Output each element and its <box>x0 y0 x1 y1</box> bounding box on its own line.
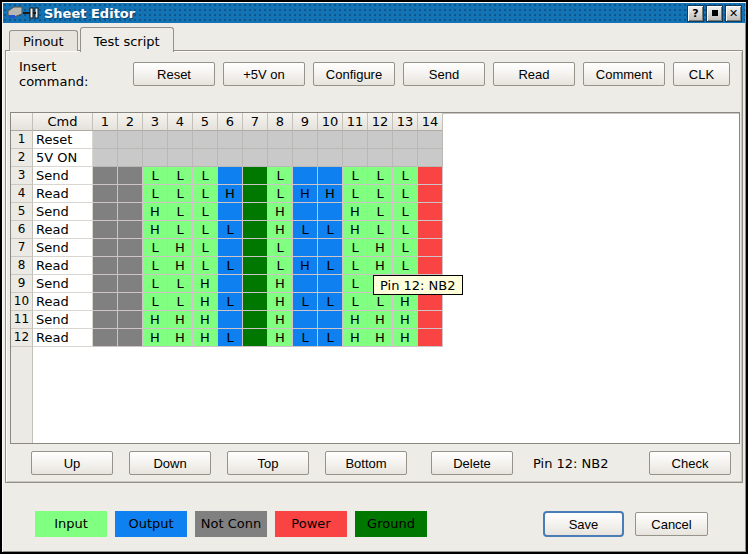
pin-cell-6[interactable] <box>218 167 243 185</box>
pin-cell-11[interactable]: L <box>343 167 368 185</box>
pin-cell-14[interactable] <box>418 131 443 149</box>
pin-cell-5[interactable]: H <box>193 293 218 311</box>
pin-cell-9[interactable]: L <box>293 293 318 311</box>
pin-cell-4[interactable]: H <box>168 329 193 347</box>
pin-cell-3[interactable]: L <box>143 257 168 275</box>
pin-cell-9[interactable]: L <box>293 329 318 347</box>
pin-cell-11[interactable] <box>343 131 368 149</box>
pin-cell-12[interactable]: L <box>368 221 393 239</box>
cmd-cell[interactable]: Read <box>33 221 93 239</box>
pin-cell-10[interactable] <box>318 149 343 167</box>
pin-cell-6[interactable]: L <box>218 257 243 275</box>
pin-cell-2[interactable] <box>118 275 143 293</box>
pin-cell-8[interactable]: L <box>268 257 293 275</box>
pin-cell-4[interactable] <box>168 149 193 167</box>
pin-cell-1[interactable] <box>93 239 118 257</box>
insert-reset-button[interactable]: Reset <box>133 62 215 86</box>
pin-cell-1[interactable] <box>93 185 118 203</box>
delete-button[interactable]: Delete <box>431 451 513 475</box>
pin-cell-14[interactable] <box>418 257 443 275</box>
cancel-button[interactable]: Cancel <box>635 512 708 536</box>
pin-cell-13[interactable]: H <box>393 329 418 347</box>
pin-cell-10[interactable]: L <box>318 221 343 239</box>
pin-cell-14[interactable] <box>418 221 443 239</box>
titlebar[interactable]: Sheet Editor ?✕ <box>3 3 745 23</box>
pin-cell-1[interactable] <box>93 293 118 311</box>
insert-send-button[interactable]: Send <box>403 62 485 86</box>
pin-cell-12[interactable] <box>368 149 393 167</box>
pin-cell-9[interactable] <box>293 149 318 167</box>
pin-cell-7[interactable] <box>243 167 268 185</box>
pin-cell-5[interactable]: L <box>193 221 218 239</box>
cmd-cell[interactable]: Read <box>33 185 93 203</box>
close-button[interactable]: ✕ <box>725 5 742 22</box>
pin-cell-7[interactable] <box>243 221 268 239</box>
pin-cell-2[interactable] <box>118 149 143 167</box>
insert--5v-on-button[interactable]: +5V on <box>223 62 305 86</box>
pin-cell-2[interactable] <box>118 203 143 221</box>
pin-cell-4[interactable]: L <box>168 185 193 203</box>
cmd-cell[interactable]: Send <box>33 167 93 185</box>
pin-cell-4[interactable]: L <box>168 275 193 293</box>
insert-comment-button[interactable]: Comment <box>583 62 665 86</box>
pin-cell-10[interactable] <box>318 203 343 221</box>
pin-cell-11[interactable]: L <box>343 275 368 293</box>
down-button[interactable]: Down <box>129 451 211 475</box>
pin-cell-8[interactable]: L <box>268 185 293 203</box>
pin-cell-1[interactable] <box>93 167 118 185</box>
pin-cell-13[interactable] <box>393 149 418 167</box>
pin-cell-8[interactable]: H <box>268 221 293 239</box>
pin-cell-8[interactable]: L <box>268 167 293 185</box>
pin-cell-8[interactable]: H <box>268 329 293 347</box>
pin-cell-13[interactable]: L <box>393 257 418 275</box>
pin-cell-14[interactable] <box>418 167 443 185</box>
cmd-cell[interactable]: Read <box>33 257 93 275</box>
pin-cell-9[interactable] <box>293 275 318 293</box>
pin-cell-7[interactable] <box>243 149 268 167</box>
pin-cell-3[interactable]: L <box>143 293 168 311</box>
pin-cell-1[interactable] <box>93 149 118 167</box>
up-button[interactable]: Up <box>31 451 113 475</box>
pin-cell-10[interactable]: L <box>318 293 343 311</box>
pin-cell-13[interactable]: L <box>393 221 418 239</box>
pin-cell-3[interactable]: H <box>143 203 168 221</box>
pin-cell-3[interactable]: H <box>143 221 168 239</box>
pin-cell-10[interactable]: H <box>318 185 343 203</box>
pin-cell-6[interactable]: L <box>218 329 243 347</box>
pin-cell-1[interactable] <box>93 311 118 329</box>
pin-cell-3[interactable]: L <box>143 239 168 257</box>
pin-cell-13[interactable]: L <box>393 185 418 203</box>
pin-cell-6[interactable] <box>218 203 243 221</box>
pin-cell-13[interactable]: L <box>393 203 418 221</box>
pin-cell-12[interactable]: H <box>368 311 393 329</box>
pin-cell-11[interactable] <box>343 149 368 167</box>
pin-cell-7[interactable] <box>243 239 268 257</box>
pin-cell-10[interactable] <box>318 239 343 257</box>
help-button[interactable]: ? <box>687 5 704 22</box>
pin-cell-6[interactable] <box>218 149 243 167</box>
table-row[interactable]: 11SendHHHHHHH <box>11 311 739 329</box>
pin-cell-12[interactable]: H <box>368 329 393 347</box>
pin-cell-11[interactable]: H <box>343 203 368 221</box>
table-row[interactable]: 7SendLHLLLHL <box>11 239 739 257</box>
pin-cell-11[interactable]: L <box>343 293 368 311</box>
pin-cell-6[interactable]: L <box>218 293 243 311</box>
pin-cell-13[interactable]: L <box>393 239 418 257</box>
shade-button[interactable] <box>706 5 723 22</box>
pin-cell-6[interactable] <box>218 239 243 257</box>
pin-cell-12[interactable]: L <box>368 203 393 221</box>
pin-cell-8[interactable]: L <box>268 239 293 257</box>
pin-cell-14[interactable] <box>418 149 443 167</box>
pin-cell-12[interactable]: L <box>368 185 393 203</box>
pin-cell-14[interactable] <box>418 293 443 311</box>
pin-cell-7[interactable] <box>243 293 268 311</box>
pin-cell-9[interactable]: H <box>293 257 318 275</box>
pin-cell-7[interactable] <box>243 329 268 347</box>
pin-cell-3[interactable]: H <box>143 329 168 347</box>
pin-cell-12[interactable]: H <box>368 239 393 257</box>
pin-cell-6[interactable] <box>218 311 243 329</box>
pin-cell-14[interactable] <box>418 311 443 329</box>
cmd-cell[interactable]: Send <box>33 275 93 293</box>
pin-cell-9[interactable]: H <box>293 185 318 203</box>
pin-cell-4[interactable]: L <box>168 167 193 185</box>
